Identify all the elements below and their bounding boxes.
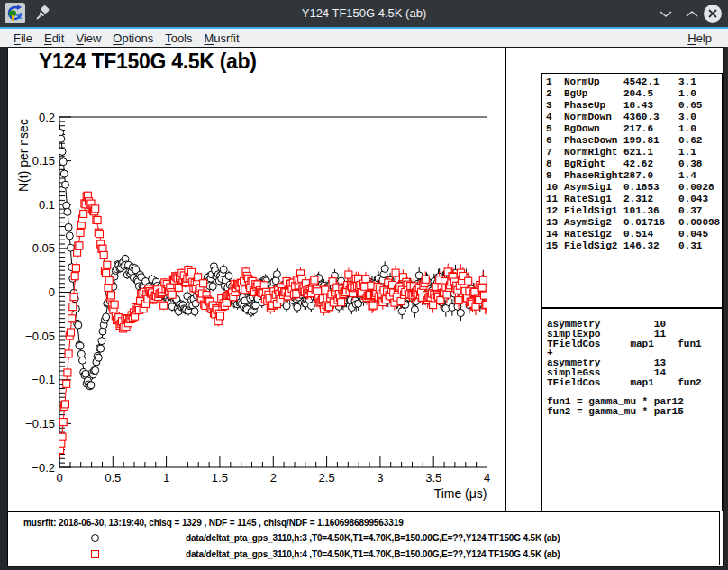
legend-row: data/deltat_pta_gps_3110,h:3 ,T0=4.50K,T… <box>8 531 719 546</box>
series-red-markers <box>57 192 490 453</box>
theory-line: simplExpo 11 <box>547 330 722 339</box>
svg-text:4: 4 <box>484 471 490 484</box>
svg-text:−0.1: −0.1 <box>32 373 55 386</box>
svg-text:1.5: 1.5 <box>212 471 228 484</box>
legend-circle-marker <box>91 534 99 542</box>
svg-text:0.1: 0.1 <box>39 198 55 212</box>
svg-text:2.5: 2.5 <box>319 471 335 484</box>
param-row: 2BgUp204.51.0 <box>546 88 722 100</box>
param-row: 8BgRight42.620.38 <box>546 158 722 170</box>
theory-line: fun2 = gamma_mu * par15 <box>547 407 722 417</box>
param-row: 14RateSig20.5140.045 <box>546 229 722 240</box>
svg-text:0: 0 <box>49 285 55 299</box>
param-row: 12FieldSig1101.360.37 <box>546 205 722 217</box>
legend-row: data/deltat_pta_gps_3110,h:4 ,T0=4.50K,T… <box>8 547 719 562</box>
series-red <box>57 192 490 459</box>
theory-statbox: asymmetry 10simplExpo 11TFieldCos map1 f… <box>541 308 723 511</box>
parameter-statbox: 1NormUp4542.13.12BgUp204.51.03PhaseUp18.… <box>541 73 723 308</box>
series-black-markers <box>57 129 490 390</box>
svg-text:−0.15: −0.15 <box>25 417 55 430</box>
param-row: 7NormRight621.11.1 <box>546 147 722 158</box>
param-row: 6PhaseDown199.810.62 <box>546 135 722 147</box>
svg-text:2: 2 <box>270 471 277 484</box>
param-row: 15FieldSig2146.320.31 <box>546 240 722 252</box>
svg-text:3: 3 <box>377 471 383 484</box>
legend-square-marker <box>91 550 99 558</box>
plot-title: Y124 TF150G 4.5K (ab) <box>39 50 257 74</box>
svg-text:0: 0 <box>56 471 62 484</box>
y-axis-label: N(t) per nsec <box>16 119 31 192</box>
legend-label: data/deltat_pta_gps_3110,h:3 ,T0=4.50K,T… <box>186 533 560 543</box>
series-black <box>57 124 490 390</box>
param-row: 10AsymSig10.18530.0028 <box>546 182 722 194</box>
param-row: 9PhaseRight287.01.4 <box>546 170 722 182</box>
svg-text:0.2: 0.2 <box>39 111 55 124</box>
param-row: 5BgDown217.61.0 <box>546 123 722 135</box>
svg-text:−0.2: −0.2 <box>32 461 55 475</box>
fit-info-box: musrfit: 2018-06-30, 13:19:40, chisq = 1… <box>7 511 720 565</box>
param-row: 1NormUp4542.13.1 <box>546 77 722 88</box>
svg-text:0.15: 0.15 <box>32 154 55 167</box>
svg-text:1: 1 <box>163 471 169 484</box>
svg-text:0.5: 0.5 <box>105 471 121 484</box>
theory-line: TFieldCos map1 fun1 <box>547 339 722 349</box>
param-row: 3PhaseUp18.430.65 <box>546 100 722 112</box>
param-row: 11RateSig12.3120.043 <box>546 194 722 205</box>
svg-text:3.5: 3.5 <box>425 471 441 484</box>
pad-divider <box>505 48 506 511</box>
series-black-fit-line <box>59 124 487 383</box>
svg-text:−0.05: −0.05 <box>25 330 55 343</box>
legend-label: data/deltat_pta_gps_3110,h:4 ,T0=4.50K,T… <box>186 549 560 559</box>
fit-info-text: musrfit: 2018-06-30, 13:19:40, chisq = 1… <box>23 518 404 528</box>
x-axis-label: Time (μs) <box>434 486 487 501</box>
param-row: 13AsymSig20.017160.00098 <box>546 217 722 229</box>
theory-line: TFieldCos map1 fun2 <box>547 378 722 388</box>
svg-text:0.05: 0.05 <box>32 241 55 255</box>
param-row: 4NormDown4360.33.0 <box>546 112 722 123</box>
